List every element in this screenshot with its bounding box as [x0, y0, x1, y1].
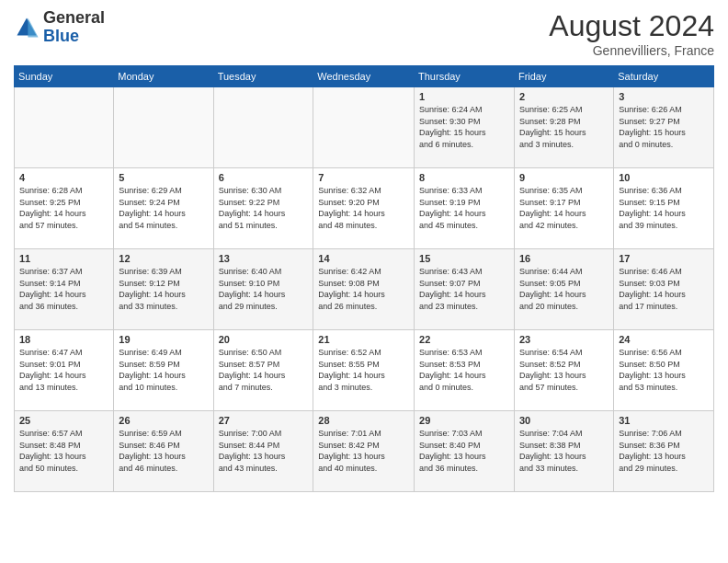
location: Gennevilliers, France [549, 43, 714, 58]
day-info: Sunrise: 6:50 AMSunset: 8:57 PMDaylight:… [219, 347, 309, 393]
header-sunday: Sunday [15, 66, 114, 87]
week-row-0: 1Sunrise: 6:24 AMSunset: 9:30 PMDaylight… [15, 87, 714, 168]
day-info: Sunrise: 6:43 AMSunset: 9:07 PMDaylight:… [419, 266, 509, 312]
day-info: Sunrise: 6:56 AMSunset: 8:50 PMDaylight:… [619, 347, 709, 393]
day-number: 7 [318, 172, 409, 183]
day-cell-0-6: 3Sunrise: 6:26 AMSunset: 9:27 PMDaylight… [614, 87, 714, 168]
day-number: 21 [318, 334, 409, 345]
day-info: Sunrise: 6:25 AMSunset: 9:28 PMDaylight:… [519, 104, 609, 150]
day-number: 13 [219, 253, 309, 264]
day-info: Sunrise: 6:42 AMSunset: 9:08 PMDaylight:… [318, 266, 409, 312]
day-info: Sunrise: 6:57 AMSunset: 8:48 PMDaylight:… [19, 428, 108, 474]
day-number: 3 [619, 91, 709, 102]
day-info: Sunrise: 6:39 AMSunset: 9:12 PMDaylight:… [119, 266, 208, 312]
day-info: Sunrise: 6:59 AMSunset: 8:46 PMDaylight:… [119, 428, 208, 474]
logo-icon [14, 15, 40, 40]
day-info: Sunrise: 6:28 AMSunset: 9:25 PMDaylight:… [19, 185, 108, 231]
day-number: 10 [619, 172, 709, 183]
day-info: Sunrise: 6:47 AMSunset: 9:01 PMDaylight:… [19, 347, 108, 393]
day-info: Sunrise: 7:04 AMSunset: 8:38 PMDaylight:… [519, 428, 609, 474]
day-number: 18 [19, 334, 108, 345]
logo: General Blue [14, 9, 105, 46]
day-cell-1-6: 10Sunrise: 6:36 AMSunset: 9:15 PMDayligh… [614, 168, 714, 249]
day-info: Sunrise: 6:46 AMSunset: 9:03 PMDaylight:… [619, 266, 709, 312]
day-cell-1-3: 7Sunrise: 6:32 AMSunset: 9:20 PMDaylight… [313, 168, 415, 249]
day-cell-0-3 [313, 87, 415, 168]
day-cell-0-0 [15, 87, 114, 168]
day-info: Sunrise: 6:49 AMSunset: 8:59 PMDaylight:… [119, 347, 208, 393]
week-row-1: 4Sunrise: 6:28 AMSunset: 9:25 PMDaylight… [15, 168, 714, 249]
day-number: 5 [119, 172, 208, 183]
day-cell-0-1 [114, 87, 213, 168]
day-info: Sunrise: 6:36 AMSunset: 9:15 PMDaylight:… [619, 185, 709, 231]
day-cell-0-4: 1Sunrise: 6:24 AMSunset: 9:30 PMDaylight… [415, 87, 515, 168]
week-row-3: 18Sunrise: 6:47 AMSunset: 9:01 PMDayligh… [15, 330, 714, 411]
day-cell-4-0: 25Sunrise: 6:57 AMSunset: 8:48 PMDayligh… [15, 411, 114, 492]
header-tuesday: Tuesday [213, 66, 313, 87]
day-info: Sunrise: 7:03 AMSunset: 8:40 PMDaylight:… [419, 428, 509, 474]
day-cell-2-6: 17Sunrise: 6:46 AMSunset: 9:03 PMDayligh… [614, 249, 714, 330]
day-info: Sunrise: 7:06 AMSunset: 8:36 PMDaylight:… [619, 428, 709, 474]
day-cell-3-6: 24Sunrise: 6:56 AMSunset: 8:50 PMDayligh… [614, 330, 714, 411]
day-info: Sunrise: 7:00 AMSunset: 8:44 PMDaylight:… [219, 428, 309, 474]
calendar-header-row: Sunday Monday Tuesday Wednesday Thursday… [15, 66, 714, 87]
day-cell-3-5: 23Sunrise: 6:54 AMSunset: 8:52 PMDayligh… [514, 330, 613, 411]
header-saturday: Saturday [614, 66, 714, 87]
day-cell-1-5: 9Sunrise: 6:35 AMSunset: 9:17 PMDaylight… [514, 168, 613, 249]
day-info: Sunrise: 6:29 AMSunset: 9:24 PMDaylight:… [119, 185, 208, 231]
svg-marker-1 [28, 17, 38, 37]
day-cell-2-2: 13Sunrise: 6:40 AMSunset: 9:10 PMDayligh… [213, 249, 313, 330]
day-info: Sunrise: 6:53 AMSunset: 8:53 PMDaylight:… [419, 347, 509, 393]
day-cell-2-1: 12Sunrise: 6:39 AMSunset: 9:12 PMDayligh… [114, 249, 213, 330]
day-cell-2-4: 15Sunrise: 6:43 AMSunset: 9:07 PMDayligh… [415, 249, 515, 330]
week-row-2: 11Sunrise: 6:37 AMSunset: 9:14 PMDayligh… [15, 249, 714, 330]
day-number: 24 [619, 334, 709, 345]
day-number: 22 [419, 334, 509, 345]
day-number: 26 [119, 415, 208, 426]
day-info: Sunrise: 6:44 AMSunset: 9:05 PMDaylight:… [519, 266, 609, 312]
day-number: 16 [519, 253, 609, 264]
day-cell-2-0: 11Sunrise: 6:37 AMSunset: 9:14 PMDayligh… [15, 249, 114, 330]
day-number: 29 [419, 415, 509, 426]
day-number: 9 [519, 172, 609, 183]
day-cell-0-2 [213, 87, 313, 168]
day-number: 30 [519, 415, 609, 426]
day-number: 11 [19, 253, 108, 264]
day-cell-3-3: 21Sunrise: 6:52 AMSunset: 8:55 PMDayligh… [313, 330, 415, 411]
day-number: 19 [119, 334, 208, 345]
day-number: 23 [519, 334, 609, 345]
month-year: August 2024 [549, 9, 714, 43]
day-info: Sunrise: 6:54 AMSunset: 8:52 PMDaylight:… [519, 347, 609, 393]
day-number: 8 [419, 172, 509, 183]
day-cell-1-1: 5Sunrise: 6:29 AMSunset: 9:24 PMDaylight… [114, 168, 213, 249]
day-info: Sunrise: 6:37 AMSunset: 9:14 PMDaylight:… [19, 266, 108, 312]
week-row-4: 25Sunrise: 6:57 AMSunset: 8:48 PMDayligh… [15, 411, 714, 492]
day-cell-3-2: 20Sunrise: 6:50 AMSunset: 8:57 PMDayligh… [213, 330, 313, 411]
day-cell-4-2: 27Sunrise: 7:00 AMSunset: 8:44 PMDayligh… [213, 411, 313, 492]
day-info: Sunrise: 6:40 AMSunset: 9:10 PMDaylight:… [219, 266, 309, 312]
day-info: Sunrise: 6:35 AMSunset: 9:17 PMDaylight:… [519, 185, 609, 231]
day-number: 17 [619, 253, 709, 264]
day-number: 1 [419, 91, 509, 102]
day-cell-4-5: 30Sunrise: 7:04 AMSunset: 8:38 PMDayligh… [514, 411, 613, 492]
day-info: Sunrise: 6:52 AMSunset: 8:55 PMDaylight:… [318, 347, 409, 393]
day-number: 4 [19, 172, 108, 183]
day-cell-4-6: 31Sunrise: 7:06 AMSunset: 8:36 PMDayligh… [614, 411, 714, 492]
title-block: August 2024 Gennevilliers, France [549, 9, 714, 58]
day-number: 31 [619, 415, 709, 426]
logo-text: General Blue [43, 9, 105, 46]
calendar: Sunday Monday Tuesday Wednesday Thursday… [14, 65, 714, 492]
day-cell-3-1: 19Sunrise: 6:49 AMSunset: 8:59 PMDayligh… [114, 330, 213, 411]
day-info: Sunrise: 7:01 AMSunset: 8:42 PMDaylight:… [318, 428, 409, 474]
page-header: General Blue August 2024 Gennevilliers, … [14, 9, 714, 58]
day-number: 27 [219, 415, 309, 426]
day-info: Sunrise: 6:30 AMSunset: 9:22 PMDaylight:… [219, 185, 309, 231]
day-cell-1-4: 8Sunrise: 6:33 AMSunset: 9:19 PMDaylight… [415, 168, 515, 249]
day-cell-3-4: 22Sunrise: 6:53 AMSunset: 8:53 PMDayligh… [415, 330, 515, 411]
header-friday: Friday [514, 66, 613, 87]
day-cell-4-3: 28Sunrise: 7:01 AMSunset: 8:42 PMDayligh… [313, 411, 415, 492]
day-cell-2-5: 16Sunrise: 6:44 AMSunset: 9:05 PMDayligh… [514, 249, 613, 330]
day-number: 15 [419, 253, 509, 264]
day-cell-4-1: 26Sunrise: 6:59 AMSunset: 8:46 PMDayligh… [114, 411, 213, 492]
day-number: 20 [219, 334, 309, 345]
